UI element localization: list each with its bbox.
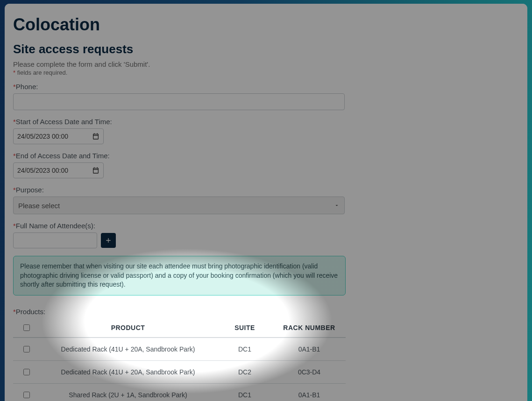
start-datetime-value: 24/05/2023 00:00 <box>17 133 89 140</box>
cell-suite: DC1 <box>217 338 273 361</box>
field-start-datetime: *Start of Access Date and Time: 24/05/20… <box>13 118 519 144</box>
page-card: Colocation Site access requests Please c… <box>5 4 527 401</box>
required-note: * fields are required. <box>13 69 519 76</box>
table-row: Dedicated Rack (41U + 20A, Sandbrook Par… <box>13 338 346 361</box>
end-label-text: End of Access Date and Time: <box>16 152 110 160</box>
purpose-label-text: Purpose: <box>16 186 44 194</box>
cell-rack: 0A1-B1 <box>273 338 346 361</box>
end-datetime-input[interactable]: 24/05/2023 00:00 <box>13 162 104 178</box>
cell-product: Shared Rack (2U + 1A, Sandbrook Park) <box>39 383 217 401</box>
field-purpose: *Purpose: Please select <box>13 186 519 214</box>
row-checkbox[interactable] <box>23 346 30 352</box>
attendee-info-note: Please remember that when visiting our s… <box>13 256 346 295</box>
end-datetime-value: 24/05/2023 00:00 <box>17 167 89 174</box>
start-label: *Start of Access Date and Time: <box>13 118 519 126</box>
cell-rack: 0A1-B1 <box>273 383 346 401</box>
cell-product: Dedicated Rack (41U + 20A, Sandbrook Par… <box>39 360 217 383</box>
end-label: *End of Access Date and Time: <box>13 152 519 160</box>
phone-label: *Phone: <box>13 83 519 91</box>
field-attendee: *Full Name of Attendee(s): <box>13 222 519 248</box>
col-select-all <box>13 318 39 338</box>
field-end-datetime: *End of Access Date and Time: 24/05/2023… <box>13 152 519 178</box>
cell-rack: 0C3-D4 <box>273 360 346 383</box>
start-label-text: Start of Access Date and Time: <box>16 118 112 126</box>
select-all-checkbox[interactable] <box>23 324 30 331</box>
cell-product: Dedicated Rack (41U + 20A, Sandbrook Par… <box>39 338 217 361</box>
phone-label-text: Phone: <box>16 83 38 91</box>
attendee-label: *Full Name of Attendee(s): <box>13 222 519 230</box>
start-datetime-input[interactable]: 24/05/2023 00:00 <box>13 128 104 144</box>
chevron-down-icon <box>334 203 340 208</box>
calendar-icon <box>92 167 99 174</box>
form-instructions: Please complete the form and click 'Subm… <box>13 60 519 68</box>
products-table: PRODUCT SUITE RACK NUMBER Dedicated Rack… <box>13 318 346 401</box>
table-row: Shared Rack (2U + 1A, Sandbrook Park) DC… <box>13 383 346 401</box>
calendar-icon <box>92 133 99 140</box>
cell-suite: DC1 <box>217 383 273 401</box>
row-checkbox[interactable] <box>23 369 30 375</box>
col-rack: RACK NUMBER <box>273 318 346 338</box>
table-row: Dedicated Rack (41U + 20A, Sandbrook Par… <box>13 360 346 383</box>
cell-suite: DC2 <box>217 360 273 383</box>
add-attendee-button[interactable] <box>101 233 116 248</box>
purpose-label: *Purpose: <box>13 186 519 194</box>
plus-icon <box>105 237 112 244</box>
products-label-text: Products: <box>16 308 45 316</box>
required-note-text: fields are required. <box>15 69 67 76</box>
col-product: PRODUCT <box>39 318 217 338</box>
attendee-input[interactable] <box>13 232 97 248</box>
attendee-label-text: Full Name of Attendee(s): <box>16 222 95 230</box>
purpose-select[interactable]: Please select <box>13 197 345 214</box>
field-products: *Products: PRODUCT SUITE RACK NUMBER Ded… <box>13 308 519 401</box>
phone-input[interactable] <box>13 93 345 110</box>
row-checkbox[interactable] <box>23 392 30 398</box>
purpose-selected: Please select <box>18 202 60 210</box>
section-title: Site access requests <box>13 42 519 56</box>
field-phone: *Phone: <box>13 83 519 110</box>
page-title: Colocation <box>13 15 519 35</box>
products-label: *Products: <box>13 308 519 316</box>
col-suite: SUITE <box>217 318 273 338</box>
